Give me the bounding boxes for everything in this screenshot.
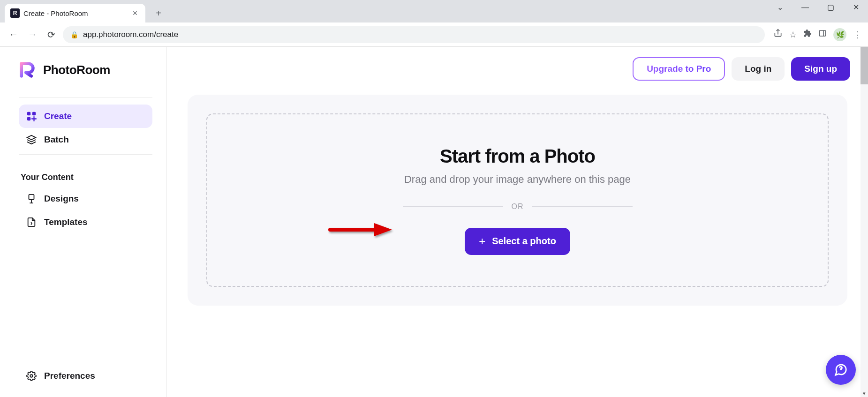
svg-rect-1	[819, 30, 826, 36]
sidebar-item-batch[interactable]: Batch	[19, 128, 152, 151]
logo-mark-icon	[19, 61, 37, 79]
address-bar: ← → ⟳ 🔒 app.photoroom.com/create ☆ 🌿 ⋮	[0, 22, 868, 47]
bookmark-icon[interactable]: ☆	[789, 30, 797, 40]
sidebar: PhotoRoom Create Batch Your Content Desi…	[0, 47, 167, 397]
signup-button[interactable]: Sign up	[791, 57, 850, 81]
browser-chrome: R Create - PhotoRoom × + ⌄ — ▢ ✕ ← → ⟳ 🔒…	[0, 0, 868, 47]
tab-title: Create - PhotoRoom	[23, 9, 127, 17]
plus-icon: +	[479, 235, 485, 248]
new-tab-button[interactable]: +	[151, 6, 166, 21]
svg-marker-6	[27, 135, 36, 140]
profile-avatar-icon[interactable]: 🌿	[833, 28, 846, 41]
lock-icon: 🔒	[70, 31, 78, 38]
templates-icon	[26, 217, 37, 227]
svg-rect-7	[29, 195, 34, 200]
sidebar-item-preferences[interactable]: Preferences	[19, 364, 152, 388]
scrollbar[interactable]: ▾	[860, 47, 868, 397]
kebab-menu-icon[interactable]: ⋮	[853, 30, 861, 40]
sidebar-item-designs[interactable]: Designs	[19, 187, 152, 210]
close-icon[interactable]: ×	[130, 8, 140, 18]
svg-rect-3	[27, 112, 30, 115]
drop-card: Start from a Photo Drag and drop your im…	[188, 95, 847, 306]
sidebar-item-label: Preferences	[44, 371, 95, 381]
close-window-icon[interactable]: ✕	[847, 3, 864, 12]
gear-icon	[26, 371, 37, 381]
upgrade-button[interactable]: Upgrade to Pro	[633, 57, 725, 81]
sidebar-item-templates[interactable]: Templates	[19, 210, 152, 234]
omnibox[interactable]: 🔒 app.photoroom.com/create	[63, 26, 765, 43]
create-icon	[26, 111, 37, 121]
or-separator: OR	[403, 202, 633, 211]
header-buttons: Upgrade to Pro Log in Sign up	[167, 47, 868, 81]
sidebar-section-label: Your Content	[21, 172, 152, 182]
drop-title: Start from a Photo	[440, 146, 595, 167]
forward-button: →	[25, 28, 39, 42]
help-chat-button[interactable]	[826, 355, 856, 385]
tab-favicon: R	[10, 8, 20, 18]
url-text: app.photoroom.com/create	[83, 30, 178, 39]
share-icon[interactable]	[773, 29, 783, 40]
svg-point-8	[30, 375, 33, 377]
designs-icon	[26, 194, 37, 204]
logo-text: PhotoRoom	[43, 63, 110, 77]
login-button[interactable]: Log in	[732, 57, 785, 81]
maximize-icon[interactable]: ▢	[822, 3, 839, 12]
sidebar-item-create[interactable]: Create	[19, 105, 152, 128]
drop-zone[interactable]: Start from a Photo Drag and drop your im…	[206, 113, 829, 287]
sidebar-item-label: Designs	[44, 194, 79, 204]
sidebar-item-label: Templates	[44, 217, 88, 227]
drop-subtitle: Drag and drop your image anywhere on thi…	[404, 173, 631, 186]
svg-rect-4	[32, 112, 36, 115]
side-panel-icon[interactable]	[818, 29, 827, 40]
back-button[interactable]: ←	[7, 28, 21, 42]
minimize-icon[interactable]: —	[797, 3, 814, 12]
select-photo-button[interactable]: + Select a photo	[465, 228, 570, 255]
tab-strip: R Create - PhotoRoom × + ⌄ — ▢ ✕	[0, 0, 868, 22]
sidebar-item-label: Batch	[44, 135, 69, 145]
chat-icon	[834, 363, 848, 377]
sidebar-item-label: Create	[44, 111, 72, 121]
app-viewport: PhotoRoom Create Batch Your Content Desi…	[0, 47, 868, 397]
tab-search-icon[interactable]: ⌄	[771, 3, 788, 12]
reload-button[interactable]: ⟳	[44, 28, 58, 42]
svg-rect-5	[27, 117, 30, 120]
scrollbar-down-icon[interactable]: ▾	[860, 390, 868, 397]
extensions-icon[interactable]	[803, 29, 812, 40]
scrollbar-thumb[interactable]	[860, 47, 868, 84]
batch-icon	[26, 135, 37, 145]
logo[interactable]: PhotoRoom	[19, 61, 152, 79]
window-controls: ⌄ — ▢ ✕	[771, 3, 864, 12]
browser-tab[interactable]: R Create - PhotoRoom ×	[5, 4, 145, 22]
main-content: Upgrade to Pro Log in Sign up Start from…	[167, 47, 868, 397]
select-photo-label: Select a photo	[492, 236, 556, 247]
